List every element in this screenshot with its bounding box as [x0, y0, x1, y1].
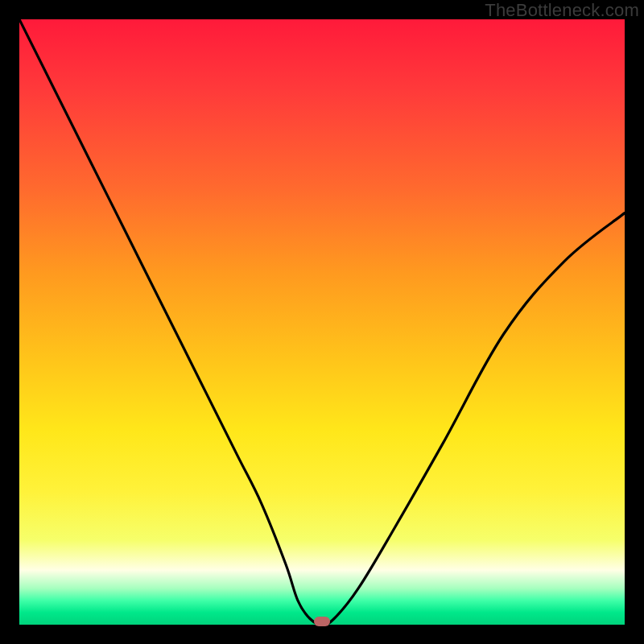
watermark-text: TheBottleneck.com	[485, 0, 639, 21]
bottleneck-curve	[19, 19, 625, 625]
plot-area	[19, 19, 625, 625]
curve-path	[19, 19, 625, 625]
chart-frame: TheBottleneck.com	[0, 0, 644, 644]
optimal-point-marker	[314, 617, 330, 626]
